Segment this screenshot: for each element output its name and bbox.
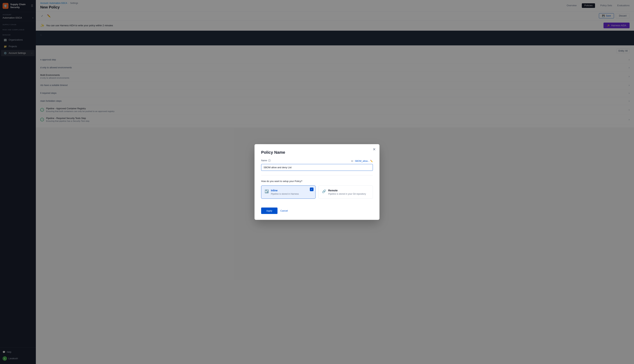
- modal-title: Policy Name: [261, 150, 373, 155]
- option-inline-title: Inline: [271, 189, 299, 192]
- inline-icon: ☑️: [265, 189, 269, 194]
- option-inline-text: Inline Pipeline is stored in Harness: [271, 189, 299, 195]
- option-remote-text: Remote Pipeline is stored in your Git re…: [328, 189, 366, 195]
- modal-options: ☑️ Inline Pipeline is stored in Harness …: [261, 186, 373, 199]
- policy-name-modal: ✕ Policy Name Name i Id : SBOM_allow... …: [255, 144, 379, 220]
- id-edit-icon[interactable]: ✏️: [370, 160, 373, 162]
- option-inline[interactable]: ☑️ Inline Pipeline is stored in Harness …: [261, 186, 316, 199]
- modal-divider: [261, 175, 373, 176]
- modal-id-link[interactable]: SBOM_allow...: [355, 160, 369, 162]
- option-remote[interactable]: 🔗 Remote Pipeline is stored in your Git …: [318, 186, 373, 199]
- modal-overlay[interactable]: ✕ Policy Name Name i Id : SBOM_allow... …: [0, 0, 634, 364]
- cancel-button[interactable]: Cancel: [280, 209, 288, 212]
- modal-footer: Apply Cancel: [261, 208, 373, 214]
- policy-name-input[interactable]: [261, 164, 373, 171]
- remote-icon: 🔗: [322, 189, 326, 194]
- info-icon: i: [268, 159, 271, 162]
- option-remote-desc: Pipeline is stored in your Git repositor…: [328, 193, 366, 195]
- modal-id-field: Id : SBOM_allow... ✏️: [351, 160, 373, 162]
- option-remote-title: Remote: [328, 189, 366, 192]
- modal-close-button[interactable]: ✕: [373, 147, 376, 152]
- modal-setup-label: How do you want to setup your Policy?: [261, 180, 373, 182]
- option-inline-checkmark: ✓: [310, 188, 314, 191]
- option-inline-desc: Pipeline is stored in Harness: [271, 193, 299, 195]
- modal-name-label: Name i: [261, 159, 271, 162]
- apply-button[interactable]: Apply: [261, 208, 278, 214]
